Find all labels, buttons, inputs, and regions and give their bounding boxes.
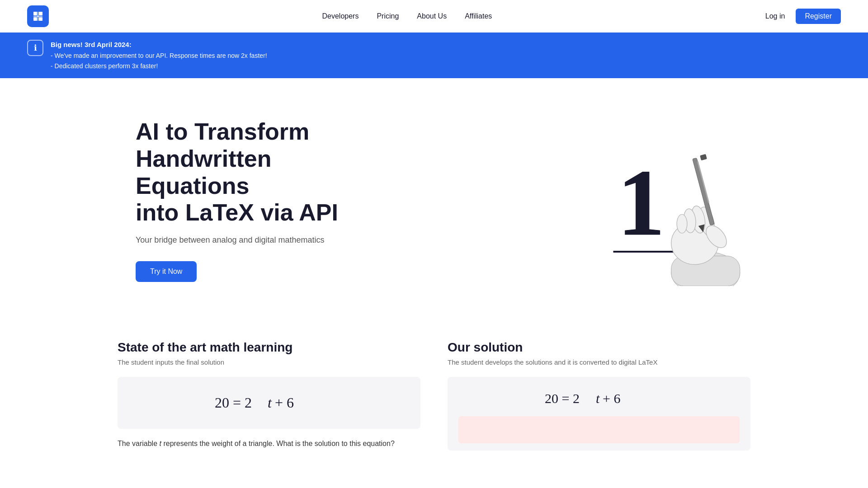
svg-rect-0 xyxy=(33,12,37,15)
hero-subtext: Your bridge between analog and digital m… xyxy=(136,235,353,245)
logo[interactable] xyxy=(27,5,49,27)
banner-line1: - We've made an improvement to our API. … xyxy=(51,51,267,61)
feature-right-desc: The student develops the solutions and i… xyxy=(448,358,750,366)
svg-text:t: t xyxy=(268,394,272,411)
features-section: State of the art math learning The stude… xyxy=(0,322,868,476)
nav-affiliates[interactable]: Affiliates xyxy=(465,12,492,20)
solution-answer-area xyxy=(458,416,740,443)
feature-left-equation: 20 = 2 t + 6 xyxy=(118,377,420,429)
navbar: Developers Pricing About Us Affiliates L… xyxy=(0,0,868,33)
svg-text:20 = 2: 20 = 2 xyxy=(545,391,580,406)
svg-rect-1 xyxy=(39,12,42,15)
nav-auth: Log in Register xyxy=(765,9,841,24)
svg-text:20 = 2: 20 = 2 xyxy=(215,394,252,411)
svg-rect-2 xyxy=(33,17,37,21)
hero-text: AI to Transform Handwritten Equations in… xyxy=(136,118,353,282)
banner-content: Big news! 3rd April 2024: - We've made a… xyxy=(51,39,267,72)
nav-links: Developers Pricing About Us Affiliates xyxy=(322,12,492,20)
svg-rect-3 xyxy=(39,17,42,21)
feature-right-title: Our solution xyxy=(448,340,750,355)
hero-illustration: 1 xyxy=(588,114,750,286)
register-button[interactable]: Register xyxy=(796,9,841,24)
banner-title: Big news! 3rd April 2024: xyxy=(51,39,267,51)
nav-pricing[interactable]: Pricing xyxy=(377,12,399,20)
logo-icon xyxy=(27,5,49,27)
solution-equation: 20 = 2 t + 6 xyxy=(458,384,740,412)
feature-left-title: State of the art math learning xyxy=(118,340,420,355)
info-icon: ℹ xyxy=(27,40,43,56)
svg-point-14 xyxy=(677,214,687,233)
feature-left-body: The variable t represents the weight of … xyxy=(118,438,420,450)
svg-text:1: 1 xyxy=(618,150,665,255)
banner-line2: - Dedicated clusters perform 3x faster! xyxy=(51,61,267,72)
nav-developers[interactable]: Developers xyxy=(322,12,359,20)
solution-box: 20 = 2 t + 6 xyxy=(448,377,750,450)
announcement-banner: ℹ Big news! 3rd April 2024: - We've made… xyxy=(0,33,868,78)
hero-heading: AI to Transform Handwritten Equations in… xyxy=(136,118,353,226)
nav-about[interactable]: About Us xyxy=(417,12,447,20)
feature-left: State of the art math learning The stude… xyxy=(118,340,420,458)
try-now-button[interactable]: Try it Now xyxy=(136,261,197,282)
hero-section: AI to Transform Handwritten Equations in… xyxy=(0,78,868,322)
feature-right: Our solution The student develops the so… xyxy=(448,340,750,458)
svg-text:+ 6: + 6 xyxy=(603,391,620,406)
svg-text:t: t xyxy=(596,391,600,406)
svg-rect-18 xyxy=(700,154,707,160)
login-link[interactable]: Log in xyxy=(765,12,785,20)
svg-text:+ 6: + 6 xyxy=(275,394,294,411)
feature-left-desc: The student inputs the final solution xyxy=(118,358,420,366)
